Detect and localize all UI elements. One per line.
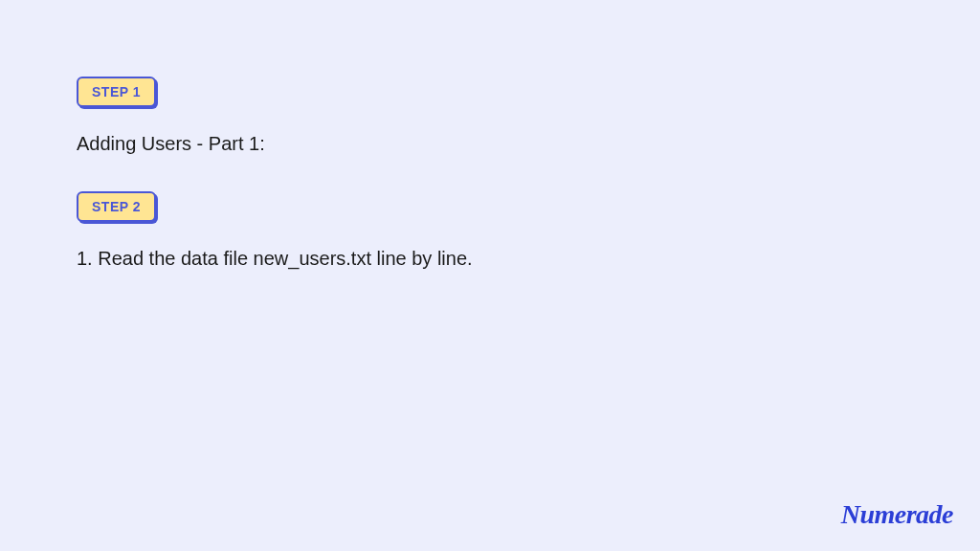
step-1-text: Adding Users - Part 1: xyxy=(77,130,903,157)
step-1-badge: STEP 1 xyxy=(77,77,156,107)
step-1-block: STEP 1 Adding Users - Part 1: xyxy=(77,77,903,157)
content-area: STEP 1 Adding Users - Part 1: STEP 2 1. … xyxy=(0,0,980,272)
brand-logo: Numerade xyxy=(841,499,953,530)
step-2-badge: STEP 2 xyxy=(77,191,156,222)
step-2-text: 1. Read the data file new_users.txt line… xyxy=(77,245,903,272)
step-2-block: STEP 2 1. Read the data file new_users.t… xyxy=(77,191,903,272)
